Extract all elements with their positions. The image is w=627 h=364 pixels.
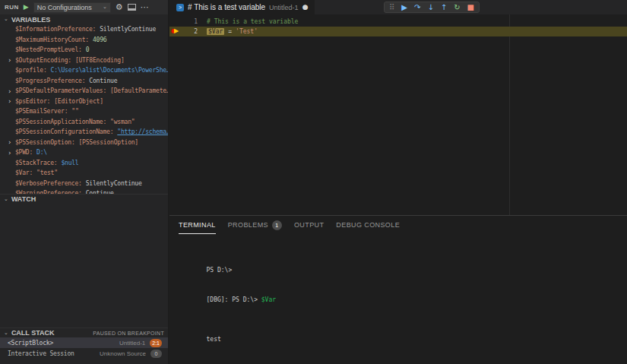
variable-value: [PSSessionOption] bbox=[79, 139, 138, 146]
frame-source: Untitled-1 bbox=[119, 340, 150, 347]
variable-name: $PSEmailServer bbox=[15, 108, 68, 115]
drag-grip-icon[interactable]: ⠿ bbox=[389, 4, 394, 11]
variable-row[interactable]: $OutputEncoding [UTF8Encoding] bbox=[0, 55, 168, 66]
variable-name: $NestedPromptLevel bbox=[15, 46, 82, 53]
terminal-line: [DBG]: PS D:\> $Var bbox=[177, 285, 627, 315]
tab-terminal[interactable]: TERMINAL bbox=[179, 216, 216, 234]
code-line-1[interactable]: 1 # This is a test variable bbox=[169, 17, 627, 27]
variable-row[interactable]: $PSSessionApplicationName "wsman" bbox=[0, 117, 168, 128]
tab-description: Untitled-1 bbox=[269, 4, 299, 11]
terminal-output[interactable]: PS D:\> [DBG]: PS D:\> $Var test [DBG]: … bbox=[169, 234, 627, 364]
frame-name: <ScriptBlock> bbox=[8, 340, 53, 347]
terminal-line-empty bbox=[177, 315, 627, 324]
variable-value: SilentlyContinue bbox=[100, 26, 156, 33]
variable-value: [EditorObject] bbox=[54, 98, 103, 105]
powershell-file-icon: > bbox=[176, 4, 184, 11]
step-into-button[interactable]: ↓ bbox=[427, 4, 433, 11]
restart-button[interactable]: ↻ bbox=[454, 4, 460, 11]
variable-row[interactable]: $MaximumHistoryCount 4096 bbox=[0, 35, 168, 46]
tab-problems[interactable]: PROBLEMS 1 bbox=[228, 216, 282, 234]
callstack-section-header[interactable]: ⌄ CALL STACK PAUSED ON BREAKPOINT bbox=[0, 328, 168, 337]
variable-name: $VerbosePreference bbox=[15, 180, 82, 187]
variable-name: $Var bbox=[15, 169, 33, 176]
stop-button[interactable]: ■ bbox=[467, 4, 474, 11]
frame-name: Interactive Session bbox=[8, 350, 74, 357]
code-editor[interactable]: 1 # This is a test variable ● ▶ 2 $Var =… bbox=[169, 14, 627, 215]
paused-on-breakpoint-badge: PAUSED ON BREAKPOINT bbox=[93, 331, 164, 336]
gutter-glyph-margin[interactable] bbox=[169, 17, 182, 27]
sidebar-filler bbox=[0, 359, 168, 364]
run-title: RUN bbox=[5, 4, 19, 11]
variable-row[interactable]: $PSSessionOption [PSSessionOption] bbox=[0, 138, 168, 148]
variable-name: $InformationPreference bbox=[15, 26, 96, 33]
variable-row[interactable]: $NestedPromptLevel 0 bbox=[0, 45, 168, 55]
callstack-frame-row[interactable]: <ScriptBlock> Untitled-1 2:1 bbox=[0, 337, 168, 348]
variables-list: $InformationPreference SilentlyContinue … bbox=[0, 24, 168, 194]
variable-row[interactable]: $PWD D:\ bbox=[0, 147, 168, 158]
gutter-glyph-margin[interactable]: ● ▶ bbox=[169, 27, 182, 36]
frame-line-badge: 2:1 bbox=[150, 339, 162, 347]
start-debugging-icon[interactable]: ▶ bbox=[24, 4, 29, 11]
unsaved-changes-icon[interactable]: ● bbox=[302, 4, 309, 11]
step-out-button[interactable]: ↑ bbox=[441, 4, 447, 11]
variable-value: $null bbox=[61, 160, 78, 166]
variable-row[interactable]: $WarningPreference Continue bbox=[0, 188, 168, 194]
variable-value: "wsman" bbox=[110, 119, 135, 125]
tab-debug-console[interactable]: DEBUG CONSOLE bbox=[336, 216, 400, 234]
tab-problems-label: PROBLEMS bbox=[228, 221, 268, 229]
variable-row[interactable]: $PSDefaultParameterValues [DefaultParame… bbox=[0, 86, 168, 97]
expand-chevron-icon[interactable] bbox=[8, 87, 15, 95]
variable-row[interactable]: $StackTrace $null bbox=[0, 158, 168, 169]
bottom-panel: TERMINAL PROBLEMS 1 OUTPUT DEBUG CONSOLE… bbox=[169, 215, 627, 364]
tab-untitled-1[interactable]: > # This is a test variable Untitled-1 ● bbox=[169, 0, 315, 14]
variable-row[interactable]: $psEditor [EditorObject] bbox=[0, 97, 168, 107]
watch-section-title: WATCH bbox=[11, 195, 36, 203]
variable-name: $StackTrace bbox=[15, 160, 57, 166]
expand-chevron-icon[interactable] bbox=[8, 97, 15, 105]
current-line-arrow-icon: ▶ bbox=[174, 28, 179, 34]
variable-row[interactable]: $VerbosePreference SilentlyContinue bbox=[0, 179, 168, 189]
code-line-2-current[interactable]: ● ▶ 2 $Var = 'Test' bbox=[169, 27, 627, 36]
frame-source: Unknown Source bbox=[100, 350, 150, 357]
callstack-frame-row[interactable]: Interactive Session Unknown Source 0 bbox=[0, 348, 168, 359]
variable-name: $PSSessionApplicationName bbox=[15, 119, 106, 125]
callstack-list: <ScriptBlock> Untitled-1 2:1 Interactive… bbox=[0, 337, 168, 359]
variable-row[interactable]: $ProgressPreference Continue bbox=[0, 76, 168, 87]
variable-value: C:\Users\alist\Documents\PowerShe… bbox=[51, 67, 168, 74]
chevron-down-icon: ⌄ bbox=[4, 17, 8, 22]
gear-icon[interactable]: ⚙ bbox=[116, 3, 123, 11]
variable-row[interactable]: $InformationPreference SilentlyContinue bbox=[0, 24, 168, 35]
variable-name: $ProgressPreference bbox=[15, 78, 85, 84]
chevron-down-icon: ⌄ bbox=[4, 331, 8, 336]
tab-title: # This is a test variable bbox=[188, 3, 265, 11]
callstack-section-title: CALL STACK bbox=[11, 329, 55, 337]
debug-sidebar: RUN ▶ No Configurations ⌄ ⚙ ⋯ ⌄ VARIABLE… bbox=[0, 0, 169, 364]
expand-chevron-icon[interactable] bbox=[8, 138, 15, 146]
variable-value: [UTF8Encoding] bbox=[75, 57, 125, 64]
variable-name: $PSSessionOption bbox=[15, 139, 75, 146]
chevron-down-icon: ⌄ bbox=[4, 197, 8, 202]
comment-token: # This is a test variable bbox=[207, 18, 298, 25]
variable-name: $PSSessionConfigurationName bbox=[15, 128, 113, 135]
operator-token: = bbox=[228, 28, 232, 35]
variable-row[interactable]: $PSEmailServer "" bbox=[0, 106, 168, 117]
chevron-down-icon: ⌄ bbox=[103, 5, 107, 10]
expand-chevron-icon[interactable] bbox=[8, 149, 15, 157]
watch-section-header[interactable]: ⌄ WATCH bbox=[0, 194, 168, 204]
variable-row[interactable]: $Var "test" bbox=[0, 168, 168, 179]
variable-row[interactable]: $PSSessionConfigurationName "http://sche… bbox=[0, 127, 168, 138]
more-actions-icon[interactable]: ⋯ bbox=[141, 3, 149, 11]
variable-value: "" bbox=[71, 108, 78, 115]
continue-button[interactable]: ▶ bbox=[401, 4, 407, 11]
panel-tab-bar: TERMINAL PROBLEMS 1 OUTPUT DEBUG CONSOLE bbox=[169, 216, 627, 234]
variable-value: [DefaultParamete… bbox=[110, 87, 168, 94]
tab-terminal-label: TERMINAL bbox=[179, 221, 216, 229]
terminal-prompt-line: [DBG]: PS D:\> bbox=[177, 354, 627, 364]
expand-chevron-icon[interactable] bbox=[8, 56, 15, 64]
open-debug-console-icon[interactable] bbox=[128, 4, 136, 11]
launch-configuration-dropdown[interactable]: No Configurations ⌄ bbox=[33, 2, 111, 13]
variable-row[interactable]: $profile C:\Users\alist\Documents\PowerS… bbox=[0, 65, 168, 76]
tab-output[interactable]: OUTPUT bbox=[294, 216, 324, 234]
step-over-button[interactable]: ↷ bbox=[414, 4, 420, 11]
variables-section-header[interactable]: ⌄ VARIABLES bbox=[0, 14, 168, 24]
